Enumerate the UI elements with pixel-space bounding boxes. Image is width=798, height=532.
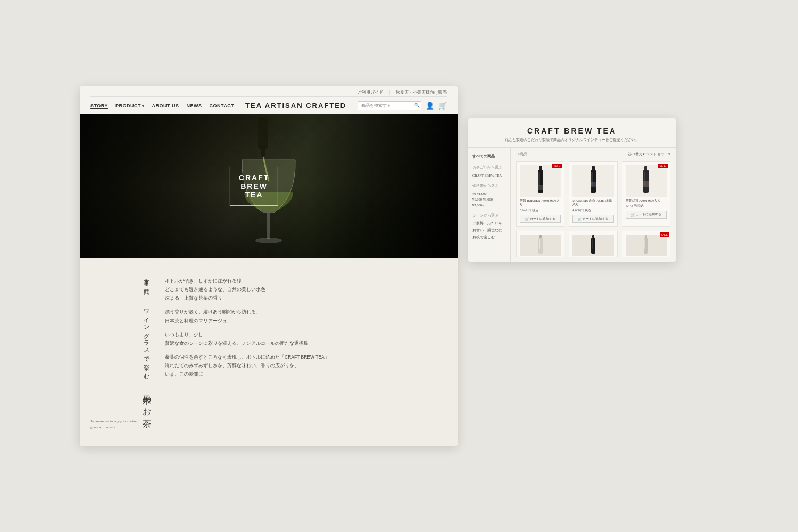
- bottle-svg-6: [643, 235, 649, 255]
- para-1: ボトルが傾き、しずかに注がれる緑どこまでも透き通るような、自然の美しい水色深まる…: [165, 277, 447, 302]
- svg-rect-7: [538, 185, 543, 190]
- filter-price-title: 価格帯から選ぶ: [472, 184, 506, 188]
- shop-title: CRAFT BREW TEA: [479, 127, 665, 135]
- bottle-svg-5: [590, 235, 596, 255]
- filter-craft-brew[interactable]: CRAFT BREW TEA: [472, 172, 506, 178]
- hero-line2: BREW: [239, 182, 269, 190]
- nav-left: STORY PRODUCT ABOUT US NEWS CONTACT: [90, 103, 234, 109]
- hero-line1: CRAFT: [239, 173, 269, 182]
- japanese-vertical-text: 食事と共に ワイングラスで楽しむ 日本のお茶: [90, 274, 154, 413]
- filter-scene-0[interactable]: ご家族・ふたりを: [472, 220, 506, 227]
- product-price-3: 5,479 円 税込: [626, 204, 667, 209]
- svg-rect-4: [539, 166, 542, 170]
- cart-icon[interactable]: 🛒: [438, 102, 447, 110]
- svg-rect-11: [591, 182, 596, 187]
- add-to-cart-3[interactable]: カートに追加する: [626, 211, 667, 219]
- svg-rect-12: [644, 166, 647, 170]
- product-badge-3: SALE: [658, 164, 668, 168]
- product-count: 16商品: [516, 152, 527, 157]
- nav-product[interactable]: PRODUCT: [115, 103, 145, 109]
- vertical-line2: ワイングラスで楽しむ: [144, 305, 150, 377]
- main-container: ご利用ガイド ｜ 飲食店・小売店様向け販売 STORY PRODUCT ABOU…: [80, 86, 718, 446]
- product-image-2: [572, 165, 613, 197]
- product-grid-row1: SALE 煎茶 RAKUEN 750ml 飲み入り 5,640 円 税込 カート: [516, 161, 670, 227]
- vertical-line3: 日本のお茶: [143, 389, 152, 413]
- product-image-6: [626, 235, 667, 256]
- bottle-svg-3: [641, 166, 651, 195]
- guide-link[interactable]: ご利用ガイド: [358, 89, 383, 95]
- bottle-svg-4: [537, 235, 544, 255]
- product-count-bar: 16商品 並べ替え▾ ベストセラー▾: [516, 152, 670, 157]
- svg-rect-18: [539, 239, 540, 249]
- svg-rect-19: [592, 235, 594, 238]
- svg-rect-15: [643, 181, 649, 187]
- user-icon[interactable]: 👤: [426, 102, 434, 110]
- bottle-svg-1: [535, 166, 546, 195]
- search-box[interactable]: 🔍: [358, 101, 421, 110]
- product-image-4: [520, 235, 561, 256]
- nav-about[interactable]: ABOUT US: [152, 103, 179, 109]
- content-right: ボトルが傾き、しずかに注がれる緑どこまでも透き通るような、自然の美しい水色深まる…: [165, 274, 447, 430]
- content-area: 食事と共に ワイングラスで楽しむ 日本のお茶 Japanese tea to e…: [80, 258, 458, 446]
- product-card-3: SALE 煎茶紅茶 720ml 飲み入り 5,479 円 税込 カートに追加する: [622, 161, 670, 227]
- filter-scene-title: シーンから選ぶ: [472, 213, 506, 218]
- product-image-3: [626, 165, 667, 197]
- product-name-1: 煎茶 RAKUEN 750ml 飲み入り: [520, 199, 561, 207]
- right-panel: CRAFT BREW TEA 丸ごと製造のこだわり製法で商品のオリジナルワインテ…: [468, 118, 676, 262]
- filter-price: 価格帯から選ぶ ¥0-¥1,000 ¥1,000-¥3,000 ¥3,000~: [472, 184, 506, 208]
- filter-price-0[interactable]: ¥0-¥1,000: [472, 190, 506, 196]
- japanese-caption: Japanese tea to enjoy in a wine glass wi…: [90, 419, 144, 430]
- product-name-3: 煎茶紅茶 720ml 飲み入り: [626, 199, 667, 203]
- filter-all-item[interactable]: すべての商品: [472, 153, 506, 160]
- product-card-1: SALE 煎茶 RAKUEN 750ml 飲み入り 5,640 円 税込 カート: [516, 161, 564, 227]
- filter-scene-1[interactable]: お食い一腸位なに: [472, 227, 506, 234]
- sort-button[interactable]: 並べ替え▾ ベストセラー▾: [628, 152, 670, 157]
- site-header: ご利用ガイド ｜ 飲食店・小売店様向け販売 STORY PRODUCT ABOU…: [80, 86, 458, 114]
- product-name-2: MARUISHI 丸心 720ml 組箱入り: [572, 199, 613, 207]
- hero-line3: TEA: [239, 190, 269, 199]
- nav-story[interactable]: STORY: [90, 103, 108, 109]
- craft-brew-box: CRAFT BREW TEA: [230, 167, 278, 206]
- product-price-1: 5,640 円 税込: [520, 208, 561, 213]
- svg-rect-0: [258, 117, 268, 149]
- add-to-cart-1[interactable]: カートに追加する: [520, 215, 561, 223]
- filter-price-2[interactable]: ¥3,000~: [472, 202, 506, 208]
- product-grid-row2: SALE: [516, 231, 670, 257]
- search-input[interactable]: [361, 103, 414, 108]
- add-to-cart-2[interactable]: カートに追加する: [572, 215, 613, 223]
- header-main: STORY PRODUCT ABOUT US NEWS CONTACT TEA …: [90, 96, 447, 114]
- product-card-5: [569, 231, 617, 257]
- shop-header: CRAFT BREW TEA 丸ごと製造のこだわり製法で商品のオリジナルワインテ…: [468, 118, 676, 148]
- product-image-5: [572, 235, 613, 256]
- filter-all: すべての商品: [472, 153, 506, 160]
- product-badge-6: SALE: [660, 232, 669, 237]
- search-icon[interactable]: 🔍: [414, 103, 420, 108]
- svg-rect-1: [261, 146, 265, 157]
- svg-point-3: [255, 238, 282, 243]
- filter-category-title: カテゴリから選ぶ: [472, 165, 506, 170]
- header-top: ご利用ガイド ｜ 飲食店・小売店様向け販売: [90, 86, 447, 96]
- shop-subtitle: 丸ごと製造のこだわり製法で商品のオリジナルワインティーをご提案ください。: [479, 137, 665, 143]
- filter-price-1[interactable]: ¥1,000-¥3,000: [472, 196, 506, 202]
- svg-rect-21: [592, 239, 593, 249]
- left-panel: ご利用ガイド ｜ 飲食店・小売店様向け販売 STORY PRODUCT ABOU…: [80, 86, 458, 446]
- shop-content: すべての商品 カテゴリから選ぶ CRAFT BREW TEA 価格帯から選ぶ ¥…: [468, 148, 676, 262]
- filter-category: カテゴリから選ぶ CRAFT BREW TEA: [472, 165, 506, 178]
- para-2: 漂う香りが淡く、溶けあう瞬間から訪れる、日本茶と料理のマリアージュ: [165, 307, 447, 325]
- svg-rect-16: [539, 235, 542, 238]
- svg-rect-6: [538, 172, 540, 186]
- shop-sidebar: すべての商品 カテゴリから選ぶ CRAFT BREW TEA 価格帯から選ぶ ¥…: [468, 148, 511, 262]
- para-3: いつもより、少し贅沢な食のシーンに彩りを添える、ノンアルコールの新たな選択肢: [165, 330, 447, 347]
- nav-contact[interactable]: CONTACT: [210, 103, 235, 109]
- site-brand: TEA ARTISAN CRAFTED: [234, 102, 358, 110]
- product-area: 16商品 並べ替え▾ ベストセラー▾ SALE: [511, 148, 676, 262]
- hero-section: CRAFT BREW TEA: [80, 114, 458, 258]
- filter-scene-2[interactable]: お祝で楽しむ: [472, 234, 506, 241]
- vertical-line1: 食事と共に: [144, 274, 150, 293]
- bottle-svg-2: [588, 166, 598, 195]
- wholesale-link[interactable]: 飲食店・小売店様向け販売: [396, 89, 447, 95]
- product-price-2: 4,668 円 税込: [572, 208, 613, 213]
- filter-scene: シーンから選ぶ ご家族・ふたりを お食い一腸位なに お祝で楽しむ: [472, 213, 506, 241]
- nav-news[interactable]: NEWS: [187, 103, 202, 109]
- header-icons: 👤 🛒: [426, 102, 447, 110]
